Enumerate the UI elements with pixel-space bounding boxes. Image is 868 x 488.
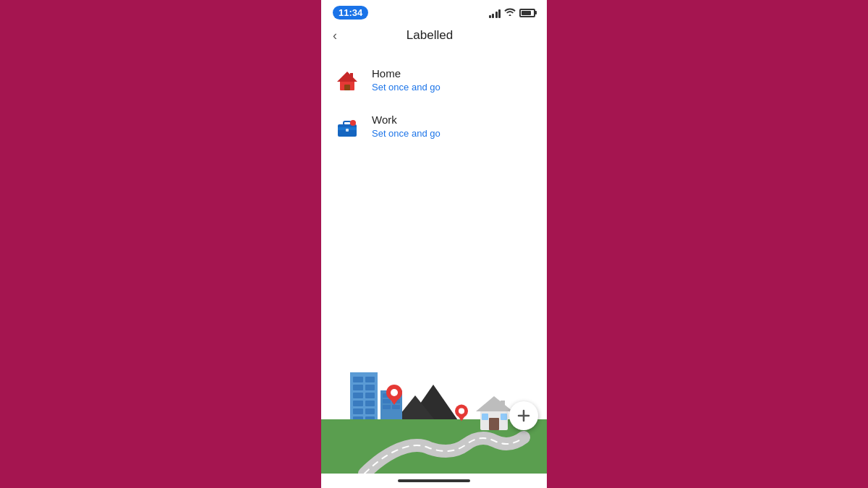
page-title: Labelled (343, 28, 516, 43)
svg-point-12 (391, 389, 398, 396)
svg-rect-22 (501, 401, 505, 409)
svg-marker-16 (457, 415, 465, 421)
svg-rect-3 (350, 73, 353, 79)
svg-rect-2 (344, 85, 350, 90)
work-icon-container (333, 112, 362, 141)
back-button[interactable]: ‹ (333, 29, 337, 42)
status-time: 11:34 (333, 6, 368, 20)
svg-rect-19 (489, 418, 499, 430)
svg-point-8 (350, 120, 356, 126)
header: ‹ Labelled (321, 22, 547, 51)
svg-rect-21 (501, 414, 507, 420)
add-location-button[interactable] (509, 401, 538, 430)
signal-icon (489, 8, 501, 18)
work-item-text: Work Set once and go (372, 113, 441, 140)
work-subtitle[interactable]: Set once and go (372, 128, 441, 140)
svg-marker-18 (476, 396, 513, 411)
work-icon (334, 114, 360, 140)
svg-rect-7 (346, 129, 349, 132)
work-title: Work (372, 113, 441, 127)
status-bar: 11:34 (321, 0, 547, 22)
home-icon (334, 67, 360, 93)
list-item-home[interactable]: Home Set once and go (321, 57, 547, 103)
destination-pin (455, 404, 468, 421)
status-icons (489, 7, 536, 18)
svg-marker-1 (337, 72, 357, 82)
wifi-icon (504, 7, 516, 18)
svg-point-15 (459, 408, 464, 414)
city-pin (386, 385, 402, 405)
svg-marker-13 (389, 398, 399, 405)
list-item-work[interactable]: Work Set once and go (321, 103, 547, 150)
svg-rect-20 (482, 414, 488, 420)
house-illustration (475, 392, 514, 432)
labelled-list: Home Set once and go (321, 51, 547, 343)
home-bar (398, 479, 470, 482)
battery-icon (519, 9, 535, 17)
map-illustration (321, 343, 547, 474)
phone-screen: 11:34 ‹ Labelled (321, 0, 547, 488)
home-indicator (321, 474, 547, 488)
home-subtitle[interactable]: Set once and go (372, 82, 441, 94)
home-icon-container (333, 66, 362, 95)
home-title: Home (372, 67, 441, 81)
svg-rect-6 (344, 121, 351, 125)
plus-icon (516, 408, 531, 423)
home-item-text: Home Set once and go (372, 67, 441, 93)
